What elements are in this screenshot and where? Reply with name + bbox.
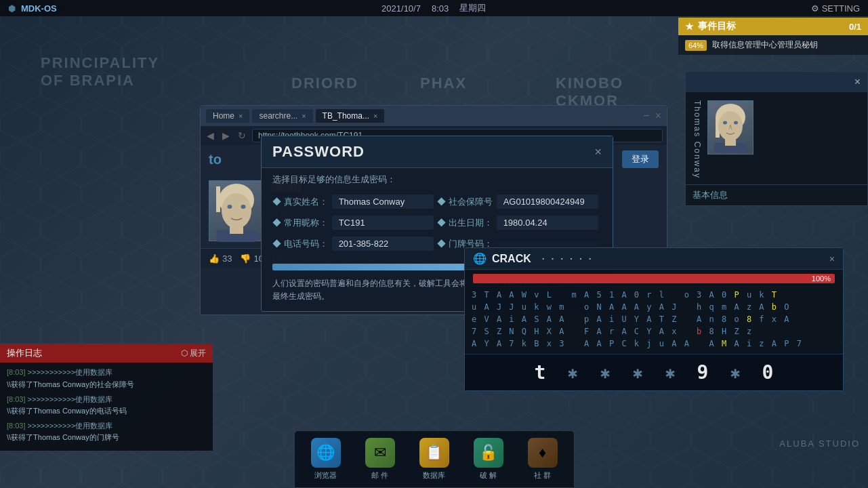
close-icon[interactable]: × — [854, 76, 861, 88]
nickname-label: ◆ 常用昵称： — [272, 217, 328, 229]
settings-label: SETTING — [822, 3, 860, 14]
crack-progress-row: 100% — [465, 270, 843, 287]
real-name-label: ◆ 真实姓名： — [272, 196, 328, 208]
log-entry-3: [8:03] >>>>>>>>>>>使用数据库 \\获得了Thomas Conw… — [7, 420, 206, 444]
tab-search-close[interactable]: × — [302, 112, 306, 120]
svg-rect-17 — [216, 186, 220, 212]
forward-button[interactable]: ▶ — [220, 130, 232, 141]
login-button[interactable]: 登录 — [622, 150, 659, 168]
svg-point-13 — [228, 205, 232, 209]
crack-header: 🌐 CRACK · · · · · · × — [465, 248, 843, 270]
door-value — [497, 242, 598, 246]
taskbar-social[interactable]: ♦ 社 群 — [522, 435, 563, 483]
tab-home[interactable]: Home × — [206, 109, 249, 123]
mail-icon: ✉ — [365, 438, 395, 468]
tab-home-label: Home — [213, 111, 234, 121]
log-entry-1: [8:03] >>>>>>>>>>>使用数据库 \\获得了Thomas Conw… — [7, 367, 206, 390]
site-logo: to — [209, 152, 222, 167]
nickname-value: TC191 — [332, 216, 434, 230]
mail-label: 邮 件 — [371, 470, 388, 481]
thumbs-up-icon: 👍 — [209, 253, 220, 264]
settings-button[interactable]: ⚙ SETTING — [811, 3, 860, 14]
svg-rect-10 — [725, 139, 736, 146]
star-icon: ★ — [685, 21, 694, 32]
tab-home-close[interactable]: × — [239, 112, 243, 120]
taskbar-database[interactable]: 📋 数据库 — [414, 435, 455, 483]
browser-avatar — [209, 181, 264, 242]
os-name: MDK-OS — [21, 3, 57, 14]
mission-panel: ★ 事件目标 0/1 64% 取得信息管理中心管理员秘钥 — [678, 18, 868, 55]
settings-icon: ⚙ — [811, 3, 819, 14]
tab-tb-label: TB_Thoma... — [323, 111, 369, 121]
log-result-1: \\获得了Thomas Conway的社会保障号 — [7, 380, 134, 388]
matrix-row-2: u A J J u k w m o N A A A y A J h q m A … — [472, 301, 836, 313]
matrix-row-3: e V A i A S A A p A i U Y A T Z A n 8 o … — [472, 313, 836, 325]
profile-section: Thomas Conway — [686, 92, 867, 184]
ssn-label: ◆ 社会保障号 — [437, 196, 493, 208]
browser-close[interactable]: × — [655, 110, 661, 122]
back-button[interactable]: ◀ — [205, 130, 216, 141]
op-log-expand-button[interactable]: ⬡ 展开 — [181, 348, 206, 359]
browser-minimize[interactable]: − — [643, 110, 649, 122]
result-char-0: t — [529, 361, 551, 384]
taskbar-crack[interactable]: 🔓 破 解 — [468, 435, 509, 483]
crack-dots: · · · · · · — [542, 253, 594, 264]
expand-icon: ⬡ — [181, 348, 188, 358]
right-panel-close[interactable]: × — [686, 72, 867, 92]
right-panel: × Thomas Conway — [685, 71, 868, 206]
nickname-row: ◆ 常用昵称： TC191 — [272, 212, 437, 233]
svg-rect-16 — [230, 226, 243, 234]
birthday-value: 1980.04.24 — [497, 216, 598, 230]
mission-title: 事件目标 — [698, 20, 736, 33]
taskbar-browser[interactable]: 🌐 浏览器 — [306, 435, 346, 483]
crack-title-row: 🌐 CRACK · · · · · · — [473, 252, 594, 265]
tab-tb-close[interactable]: × — [373, 112, 377, 120]
avatar-svg — [710, 102, 751, 152]
taskbar: 🌐 浏览器 ✉ 邮 件 📋 数据库 🔓 破 解 ♦ 社 群 — [294, 430, 575, 488]
phone-row: ◆ 电话号码： 201-385-822 — [272, 233, 437, 254]
section-title: 基本信息 — [686, 184, 867, 205]
vote-up-item: 👍 33 — [209, 253, 232, 264]
log-action-3: >>>>>>>>>>>使用数据库 — [28, 422, 113, 430]
refresh-button[interactable]: ↻ — [236, 130, 248, 141]
log-time-2: [8:03] — [7, 395, 26, 403]
crack-progress-fill — [473, 274, 835, 283]
dialog-close-button[interactable]: × — [594, 145, 602, 159]
top-bar-left: ⬢ MDK-OS — [8, 3, 57, 14]
result-char-4: ✱ — [659, 363, 681, 382]
top-bar: ⬢ MDK-OS 2021/10/7 8:03 星期四 ⚙ SETTING — [0, 0, 868, 16]
mission-count: 0/1 — [849, 22, 861, 32]
studio-label: ALUBA STUDIO — [779, 439, 860, 449]
op-log-header: 操作日志 ⬡ 展开 — [0, 344, 213, 363]
svg-point-12 — [222, 193, 251, 228]
ssn-value: AG01019800424949 — [497, 195, 598, 209]
browser-label: 浏览器 — [314, 470, 337, 481]
result-char-3: ✱ — [627, 363, 648, 382]
crack-close-button[interactable]: × — [829, 253, 835, 264]
result-char-6: ✱ — [724, 363, 746, 382]
dialog-title: PASSWORD — [272, 143, 365, 161]
tab-tb[interactable]: TB_Thoma... × — [316, 109, 385, 123]
social-label: 社 群 — [534, 470, 551, 481]
date-display: 2021/10/7 — [381, 3, 421, 14]
tab-search[interactable]: searchre... × — [252, 109, 312, 123]
profile-name-vertical: Thomas Conway — [693, 100, 702, 179]
result-char-1: ✱ — [562, 363, 583, 382]
log-time-1: [8:03] — [7, 368, 26, 376]
globe-icon: 🌐 — [473, 252, 487, 265]
dialog-subtitle: 选择目标足够的信息生成密码： — [262, 168, 613, 188]
taskbar-mail[interactable]: ✉ 邮 件 — [360, 435, 400, 483]
matrix-row-5: A Y A 7 k B x 3 A A P C k j u A A A M A … — [472, 338, 836, 350]
database-icon: 📋 — [419, 438, 449, 468]
mission-header-left: ★ 事件目标 — [685, 20, 736, 33]
log-action-1: >>>>>>>>>>>使用数据库 — [28, 368, 113, 376]
crack-pct-label: 100% — [812, 274, 831, 283]
top-bar-center: 2021/10/7 8:03 星期四 — [381, 2, 486, 14]
operation-log: 操作日志 ⬡ 展开 [8:03] >>>>>>>>>>>使用数据库 \\获得了T… — [0, 343, 213, 451]
crack-icon: 🔓 — [474, 438, 503, 468]
matrix-row-1: 3 T A A W v L m A 5 1 A 0 r l o 3 A 0 P … — [472, 289, 836, 301]
profile-avatar — [707, 100, 753, 155]
op-log-title: 操作日志 — [7, 347, 42, 359]
svg-point-14 — [241, 205, 246, 209]
result-char-7: 0 — [757, 361, 779, 384]
